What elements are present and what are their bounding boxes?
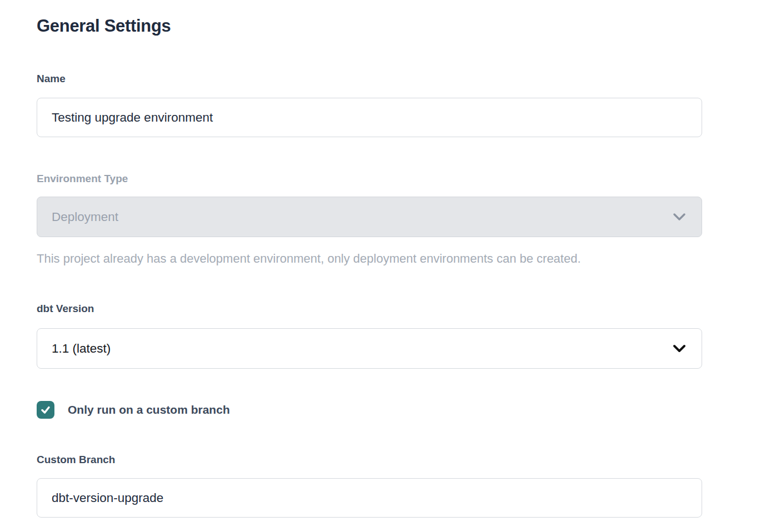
page-title: General Settings xyxy=(37,16,739,37)
custom-branch-checkbox[interactable] xyxy=(37,401,54,419)
chevron-down-icon xyxy=(673,344,686,353)
checkmark-icon xyxy=(40,404,51,415)
custom-branch-checkbox-label: Only run on a custom branch xyxy=(68,403,230,416)
dbt-version-value: 1.1 (latest) xyxy=(52,342,111,356)
name-label: Name xyxy=(37,73,739,85)
custom-branch-input[interactable] xyxy=(37,478,702,518)
custom-branch-label: Custom Branch xyxy=(37,454,739,466)
custom-branch-checkbox-row: Only run on a custom branch xyxy=(37,401,739,419)
dbt-version-label: dbt Version xyxy=(37,303,739,315)
general-settings-panel: General Settings Name Environment Type D… xyxy=(0,0,739,518)
environment-type-value: Deployment xyxy=(52,210,118,224)
chevron-down-icon xyxy=(673,213,686,222)
dbt-version-select[interactable]: 1.1 (latest) xyxy=(37,328,702,369)
name-input[interactable] xyxy=(37,98,702,137)
environment-type-label: Environment Type xyxy=(37,173,739,185)
environment-type-helper-text: This project already has a development e… xyxy=(37,251,739,267)
environment-type-select: Deployment xyxy=(37,197,702,237)
